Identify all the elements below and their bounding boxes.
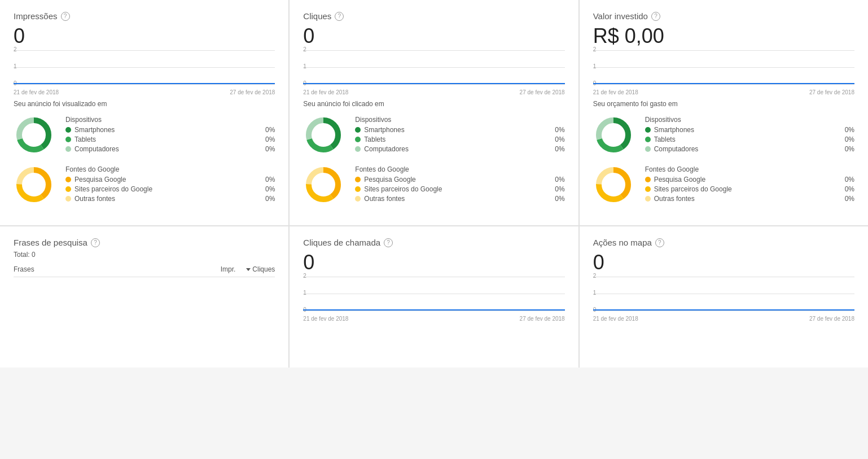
help-icon-cliques[interactable]: ? (335, 12, 344, 21)
legend-dot (65, 177, 71, 182)
chart-valor: 2 1 0 21 de fev de 2018 27 de fev de 201… (593, 50, 854, 95)
donut-devices-cliques: Dispositivos Smartphones 0% Tablets 0% C… (303, 115, 564, 155)
card-impressoes: Impressões ? 0 2 1 0 21 de fev de 2018 2… (0, 0, 288, 225)
legend-dot (355, 127, 361, 133)
legend-dot (65, 137, 71, 142)
legend-dot (645, 186, 651, 192)
legend-label: Pesquisa Google (74, 176, 261, 183)
metric-value-cliques-chamada: 0 (303, 251, 564, 274)
legend-dot (355, 137, 361, 142)
help-icon-frases[interactable]: ? (91, 238, 100, 247)
chart-cliques-chamada: 2 1 0 21 de fev de 2018 27 de fev de 201… (303, 277, 564, 322)
legend-dot (355, 196, 361, 202)
legend-title: Fontes do Google (645, 165, 854, 173)
legend-label: Sites parceiros do Google (74, 185, 261, 193)
metric-value-impressoes: 0 (14, 24, 275, 48)
card-title-valor: Valor investido ? (593, 11, 854, 21)
help-icon-impressoes[interactable]: ? (61, 12, 70, 21)
metric-value-cliques: 0 (303, 24, 564, 48)
help-icon-acoes-mapa[interactable]: ? (655, 238, 664, 247)
donut-devices-chart (303, 115, 344, 155)
donut-sources-cliques: Fontes do Google Pesquisa Google 0% Site… (303, 164, 564, 205)
legend-item: Sites parceiros do Google 0% (355, 185, 564, 193)
help-icon-cliques-chamada[interactable]: ? (384, 238, 393, 247)
donut-devices-chart (593, 115, 634, 155)
section-subtitle-cliques: Seu anúncio foi clicado em (303, 100, 564, 108)
legend-value: 0% (555, 135, 564, 143)
card-cliques: Cliques ? 0 2 1 0 21 de fev de 2018 27 d… (290, 0, 578, 225)
legend-value: 0% (845, 185, 854, 193)
legend-label: Tablets (654, 135, 840, 143)
legend-label: Pesquisa Google (364, 176, 550, 183)
legend-dot (65, 146, 71, 152)
chart-blue-line (14, 83, 275, 84)
legend-devices-impressoes: Dispositivos Smartphones 0% Tablets 0% C… (65, 116, 275, 155)
card-title-impressoes: Impressões ? (14, 11, 275, 21)
donut-sources-valor: Fontes do Google Pesquisa Google 0% Site… (593, 164, 854, 205)
legend-dot (645, 137, 651, 142)
card-title-text: Frases de pesquisa (14, 238, 87, 247)
chart-dates: 21 de fev de 2018 27 de fev de 2018 (303, 316, 564, 322)
donut-sources-chart (14, 164, 54, 205)
legend-value: 0% (265, 195, 275, 203)
legend-value: 0% (845, 126, 854, 134)
card-title-acoes-mapa: Ações no mapa ? (593, 238, 854, 247)
legend-sources-valor: Fontes do Google Pesquisa Google 0% Site… (645, 165, 854, 204)
legend-dot (645, 177, 651, 182)
card-title-text: Cliques de chamada (303, 238, 380, 247)
legend-item: Tablets 0% (645, 135, 854, 143)
chart-blue-line (593, 309, 854, 311)
chart-cliques: 2 1 0 21 de fev de 2018 27 de fev de 201… (303, 50, 564, 95)
card-title-frases: Frases de pesquisa ? (14, 238, 275, 247)
total-label-frases: Total: 0 (14, 251, 275, 259)
legend-label: Tablets (364, 135, 550, 143)
help-icon-valor[interactable]: ? (651, 12, 660, 21)
legend-label: Sites parceiros do Google (364, 185, 550, 193)
legend-item: Smartphones 0% (65, 126, 275, 134)
legend-item: Outras fontes 0% (355, 195, 564, 203)
legend-dot (355, 177, 361, 182)
legend-value: 0% (265, 145, 275, 153)
legend-value: 0% (845, 135, 854, 143)
legend-label: Tablets (74, 135, 261, 143)
donut-devices-valor: Dispositivos Smartphones 0% Tablets 0% C… (593, 115, 854, 155)
legend-value: 0% (555, 145, 564, 153)
legend-value: 0% (265, 185, 275, 193)
legend-item: Computadores 0% (355, 145, 564, 153)
legend-title: Dispositivos (645, 116, 854, 124)
chart-dates: 21 de fev de 2018 27 de fev de 2018 (14, 89, 275, 95)
legend-label: Smartphones (654, 126, 840, 134)
legend-label: Computadores (74, 145, 261, 153)
legend-label: Sites parceiros do Google (654, 185, 840, 193)
legend-dot (645, 196, 651, 202)
col-frases: Frases (14, 265, 201, 273)
chart-blue-line (303, 309, 564, 311)
card-title-text: Ações no mapa (593, 238, 652, 247)
card-valor: Valor investido ? R$ 0,00 2 1 0 21 de fe… (580, 0, 868, 225)
legend-label: Computadores (364, 145, 550, 153)
card-cliques-chamada: Cliques de chamada ? 0 2 1 0 21 de fev d… (290, 226, 578, 368)
legend-dot (355, 186, 361, 192)
legend-item: Pesquisa Google 0% (355, 176, 564, 183)
legend-dot (645, 127, 651, 133)
legend-value: 0% (845, 145, 854, 153)
metric-value-valor: R$ 0,00 (593, 24, 854, 48)
col-clicks: Cliques (235, 265, 275, 273)
legend-value: 0% (555, 195, 564, 203)
legend-title: Dispositivos (65, 116, 275, 124)
legend-value: 0% (555, 176, 564, 183)
legend-dot (355, 146, 361, 152)
legend-label: Outras fontes (364, 195, 550, 203)
donut-devices-chart (14, 115, 54, 155)
legend-value: 0% (845, 176, 854, 183)
legend-sources-impressoes: Fontes do Google Pesquisa Google 0% Site… (65, 165, 275, 204)
legend-item: Tablets 0% (355, 135, 564, 143)
card-title-cliques-chamada: Cliques de chamada ? (303, 238, 564, 247)
legend-value: 0% (555, 126, 564, 134)
legend-item: Smartphones 0% (645, 126, 854, 134)
legend-value: 0% (265, 126, 275, 134)
legend-title: Dispositivos (355, 116, 564, 124)
sort-arrow-icon (246, 268, 251, 271)
dashboard: Impressões ? 0 2 1 0 21 de fev de 2018 2… (0, 0, 868, 368)
card-title-text: Valor investido (593, 11, 648, 21)
